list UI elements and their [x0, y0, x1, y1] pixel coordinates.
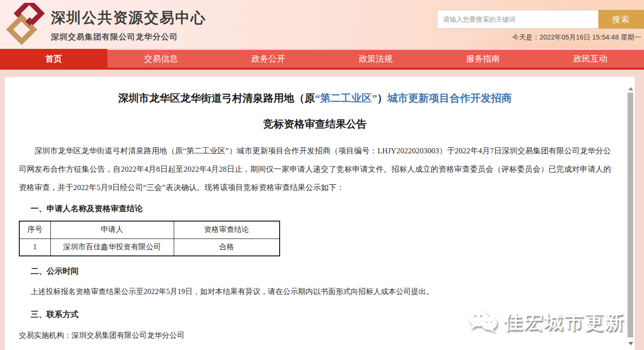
table-row: 1 深圳市百佳鑫华投资有限公司 合格 [19, 239, 280, 256]
search-bar: 搜索 [437, 10, 644, 29]
scroll-down-arrow-icon[interactable] [628, 342, 633, 345]
col-header-applicant: 申请人 [50, 221, 174, 239]
cell-applicant: 深圳市百佳鑫华投资有限公司 [50, 239, 174, 256]
col-header-index: 序号 [19, 221, 50, 239]
brand: 深圳公共资源交易中心 深圳交易集团有限公司龙华分公司 [5, 3, 206, 47]
article-paragraph-1: 深圳市龙华区龙华街道弓村清泉路用地（原“第二工业区”）城市更新项目合作开发招商（… [19, 142, 611, 197]
main-nav: 首页 交易信息 政务公开 政策法规 服务指南 政民互动 [0, 50, 644, 70]
search-input[interactable] [437, 10, 598, 29]
content-panel: 深圳市龙华区龙华街道弓村清泉路用地（原“第二工业区”）城市更新项目合作开发招商 … [5, 77, 635, 350]
brand-logo-icon [5, 3, 47, 47]
article-title-part3: ） [377, 92, 387, 104]
qualification-table: 序号 申请人 资格审查结论 1 深圳市百佳鑫华投资有限公司 合格 [19, 221, 280, 256]
site-title: 深圳公共资源交易中心 [51, 8, 206, 28]
article-title-part2: “第二工业区” [315, 92, 377, 104]
search-button[interactable]: 搜索 [598, 10, 644, 29]
section-2-heading: 二、公示时间 [31, 266, 611, 277]
contact-block: 交易实施机构：深圳交易集团有限公司龙华分公司 联 系 人：彭工 通讯地址：龙华区… [19, 331, 611, 350]
vertical-scrollbar[interactable] [627, 77, 635, 350]
nav-item-service[interactable]: 服务指南 [429, 50, 537, 68]
nav-item-trade-info[interactable]: 交易信息 [107, 50, 215, 68]
page-header: 深圳公共资源交易中心 深圳交易集团有限公司龙华分公司 搜索 今天是：2022年0… [0, 0, 644, 48]
current-datetime: 今天是：2022年05月16日 15:54:48 星期一 [512, 33, 641, 42]
article-title-part1: 深圳市龙华区龙华街道弓村清泉路用地（原 [118, 92, 315, 104]
section-2-body: 上述投标报名资格审查结果公示至2022年5月19日，如对本结果有异议，请在公示期… [31, 287, 611, 297]
article-title-part4: 城市更新项目合作开发招商 [387, 92, 512, 104]
article-title: 深圳市龙华区龙华街道弓村清泉路用地（原“第二工业区”）城市更新项目合作开发招商 [19, 90, 611, 107]
scrollbar-thumb[interactable] [628, 93, 633, 337]
table-header-row: 序号 申请人 资格审查结论 [19, 221, 280, 239]
section-1-heading: 一、申请人名称及资格审查结论 [31, 203, 611, 214]
site-subtitle: 深圳交易集团有限公司龙华分公司 [51, 32, 206, 42]
nav-item-home[interactable]: 首页 [0, 49, 107, 69]
nav-item-gov-open[interactable]: 政务公开 [215, 50, 322, 68]
article-subtitle: 竞标资格审查结果公告 [19, 117, 611, 131]
section-3-heading: 三、联系方式 [31, 309, 611, 320]
col-header-result: 资格审查结论 [174, 221, 280, 239]
nav-item-interact[interactable]: 政民互动 [537, 50, 644, 68]
scroll-up-arrow-icon[interactable] [628, 87, 633, 90]
cell-result: 合格 [174, 239, 280, 256]
contact-agency: 交易实施机构：深圳交易集团有限公司龙华分公司 [19, 331, 611, 341]
cell-index: 1 [19, 239, 50, 256]
nav-item-policy[interactable]: 政策法规 [322, 50, 429, 68]
